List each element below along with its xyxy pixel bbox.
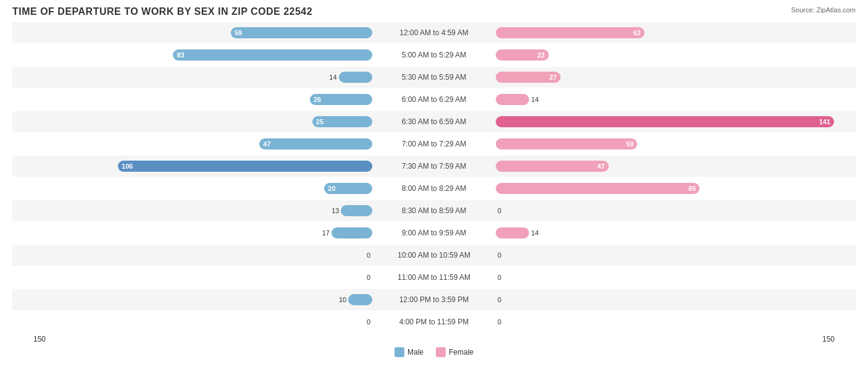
male-bar [348,294,372,305]
time-label: 12:00 AM to 4:59 AM [372,28,496,37]
time-label: 8:30 AM to 8:59 AM [372,206,496,215]
time-label: 9:00 AM to 9:59 AM [372,229,496,237]
right-bar-container: 62 [496,26,856,40]
left-bar-container: 10 [12,293,372,306]
male-bar: 20 [324,183,372,194]
male-zero-label: 0 [367,251,370,259]
female-zero-label: 0 [498,207,501,214]
time-label: 5:30 AM to 5:59 AM [372,73,496,82]
right-bar-container: 59 [496,137,856,151]
male-bar: 59 [231,27,372,38]
right-bar-container: 14 [496,226,856,240]
chart-row: 0 10:00 AM to 10:59 AM 0 [12,245,856,266]
left-bar-container: 0 [12,248,372,262]
chart-row: 106 7:30 AM to 7:59 AM 47 [12,156,856,177]
chart-row: 17 9:00 AM to 9:59 AM 14 [12,222,856,243]
female-bar: 59 [496,138,637,150]
axis-row: 150 150 [12,335,856,344]
female-bar [496,94,529,105]
male-bar: 83 [173,49,372,61]
male-bar-label: 20 [328,185,335,192]
female-bar: 27 [496,72,561,83]
female-zero-label: 0 [498,318,501,326]
chart-row: 83 5:00 AM to 5:29 AM 22 [12,44,856,65]
female-bar-label: 62 [633,29,641,36]
axis-right: 150 [819,335,856,344]
time-label: 10:00 AM to 10:59 AM [372,251,496,259]
legend-male-box [394,347,404,357]
right-bar-container: 85 [496,182,856,195]
chart-container: TIME OF DEPARTURE TO WORK BY SEX IN ZIP … [0,0,868,367]
right-bar-container: 47 [496,159,856,173]
male-bar: 106 [118,161,372,172]
time-label: 4:00 PM to 11:59 PM [372,318,496,326]
left-bar-container: 13 [12,204,372,217]
chart-title: TIME OF DEPARTURE TO WORK BY SEX IN ZIP … [12,6,856,17]
time-label: 6:30 AM to 6:59 AM [372,117,496,126]
chart-row: 47 7:00 AM to 7:29 AM 59 [12,133,856,154]
male-outer-label: 13 [332,207,339,214]
legend-female-label: Female [449,348,474,356]
male-bar-label: 83 [177,51,184,59]
chart-row: 59 12:00 AM to 4:59 AM 62 [12,22,856,43]
left-bar-container: 106 [12,159,372,173]
chart-row: 0 11:00 AM to 11:59 AM 0 [12,267,856,288]
female-bar: 85 [496,183,699,194]
right-bar-container: 27 [496,70,856,84]
source-text: Source: ZipAtlas.com [791,6,856,14]
time-label: 7:30 AM to 7:59 AM [372,162,496,171]
male-outer-label: 17 [322,229,330,237]
legend-female: Female [436,347,474,357]
female-bar-label: 59 [626,140,633,148]
time-label: 7:00 AM to 7:29 AM [372,140,496,148]
male-bar-label: 106 [122,162,133,170]
chart-row: 13 8:30 AM to 8:59 AM 0 [12,200,856,221]
time-label: 11:00 AM to 11:59 AM [372,273,496,282]
right-bar-container: 22 [496,48,856,62]
legend-male: Male [394,347,424,357]
female-zero-label: 0 [498,251,501,259]
female-bar: 141 [496,116,834,127]
legend-male-label: Male [407,348,424,356]
female-bar-label: 85 [688,185,696,192]
left-bar-container: 17 [12,226,372,240]
left-bar-container: 25 [12,115,372,129]
male-bar-label: 25 [316,118,323,125]
male-bar [339,72,372,83]
male-bar [341,205,372,216]
male-zero-label: 0 [367,318,370,326]
left-bar-container: 14 [12,70,372,84]
male-bar: 47 [259,138,372,150]
chart-row: 26 6:00 AM to 6:29 AM 14 [12,89,856,110]
right-bar-container: 14 [496,93,856,106]
right-bar-container: 0 [496,248,856,262]
female-bar: 22 [496,49,549,61]
left-bar-container: 83 [12,48,372,62]
male-bar-label: 59 [235,29,242,36]
male-bar: 25 [312,116,372,127]
left-bar-container: 20 [12,182,372,195]
male-zero-label: 0 [367,274,370,281]
left-bar-container: 0 [12,315,372,329]
male-bar-label: 47 [263,140,270,148]
female-bar-label: 27 [549,74,557,81]
male-outer-label: 10 [339,296,346,303]
left-bar-container: 59 [12,26,372,40]
right-bar-container: 0 [496,204,856,217]
right-bar-container: 0 [496,315,856,329]
chart-row: 20 8:00 AM to 8:29 AM 85 [12,178,856,199]
female-outer-label: 14 [531,96,538,103]
right-bar-container: 0 [496,271,856,284]
left-bar-container: 0 [12,271,372,284]
female-bar: 47 [496,161,609,172]
left-bar-container: 26 [12,93,372,106]
chart-row: 10 12:00 PM to 3:59 PM 0 [12,289,856,310]
female-zero-label: 0 [498,274,501,281]
legend-female-box [436,347,446,357]
female-bar-label: 47 [597,162,604,170]
chart-row: 25 6:30 AM to 6:59 AM 141 [12,111,856,132]
time-label: 5:00 AM to 5:29 AM [372,51,496,59]
left-bar-container: 47 [12,137,372,151]
time-label: 6:00 AM to 6:29 AM [372,95,496,104]
time-label: 8:00 AM to 8:29 AM [372,184,496,193]
